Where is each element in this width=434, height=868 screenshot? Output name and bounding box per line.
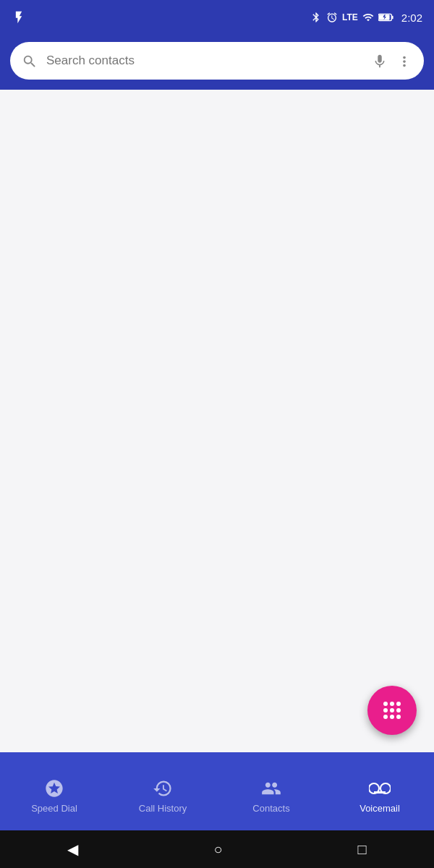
- recent-button[interactable]: □: [357, 841, 366, 858]
- voicemail-label: Voicemail: [359, 803, 400, 814]
- status-time: 2:02: [401, 12, 422, 24]
- keypad-icon: [383, 702, 401, 719]
- bluetooth-icon: [310, 12, 322, 23]
- main-content: [0, 90, 434, 752]
- more-options-icon[interactable]: [396, 51, 412, 70]
- bottom-nav: Speed Dial Call History Contacts Voicema…: [0, 752, 434, 830]
- mic-icon[interactable]: [372, 52, 388, 69]
- dial-pad-button[interactable]: [367, 686, 417, 735]
- nav-item-voicemail[interactable]: Voicemail: [326, 776, 434, 814]
- nav-item-call-history[interactable]: Call History: [109, 776, 217, 814]
- contacts-icon: [261, 776, 281, 799]
- nav-item-speed-dial[interactable]: Speed Dial: [0, 776, 109, 814]
- alarm-icon: [326, 12, 338, 23]
- voicemail-icon: [369, 776, 391, 799]
- svg-rect-1: [391, 16, 393, 20]
- call-history-icon: [153, 776, 173, 799]
- status-left-icons: [12, 10, 26, 25]
- speed-dial-icon: [44, 776, 64, 799]
- battery-icon: [378, 12, 394, 23]
- svg-rect-5: [374, 791, 386, 793]
- search-bar-container: [0, 35, 434, 90]
- status-right-icons: LTE 2:02: [310, 12, 422, 24]
- search-icon: [22, 52, 38, 69]
- search-input[interactable]: [46, 54, 363, 68]
- contacts-label: Contacts: [252, 803, 289, 814]
- search-bar[interactable]: [10, 42, 424, 80]
- system-nav-bar: ◀ ○ □: [0, 830, 434, 868]
- speed-dial-label: Speed Dial: [31, 803, 77, 814]
- call-history-label: Call History: [139, 803, 187, 814]
- home-button[interactable]: ○: [213, 841, 222, 858]
- signal-icon: [362, 12, 374, 23]
- back-button[interactable]: ◀: [67, 841, 78, 858]
- nav-item-contacts[interactable]: Contacts: [217, 776, 326, 814]
- flash-icon: [12, 10, 26, 25]
- lte-icon: LTE: [342, 12, 358, 22]
- status-bar: LTE 2:02: [0, 0, 434, 35]
